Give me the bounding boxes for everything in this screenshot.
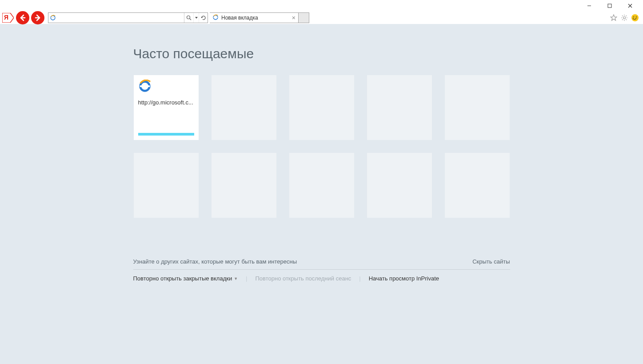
reopen-last-session-link: Повторно открыть последний сеанс — [255, 275, 351, 282]
browser-toolbar: Я — [0, 12, 643, 24]
yandex-icon[interactable]: Я — [2, 13, 14, 23]
site-tile-empty[interactable] — [367, 75, 432, 140]
svg-text:Я: Я — [4, 14, 8, 21]
svg-line-21 — [626, 16, 627, 16]
frequent-sites-grid: http://go.microsoft.c... — [133, 75, 510, 218]
site-tile-0[interactable]: http://go.microsoft.c... — [133, 75, 199, 140]
ie-icon — [48, 15, 57, 21]
site-tile-empty[interactable] — [289, 152, 355, 218]
svg-point-13 — [623, 17, 626, 19]
reopen-closed-tabs-link[interactable]: Повторно открыть закрытые вкладки ▼ — [133, 275, 238, 282]
tab-close-icon[interactable]: × — [292, 15, 296, 21]
svg-rect-8 — [51, 17, 55, 18]
page-title: Часто посещаемые — [133, 46, 510, 61]
svg-rect-1 — [608, 4, 611, 8]
new-tab-button[interactable] — [299, 12, 309, 23]
smiley-icon[interactable] — [631, 13, 639, 22]
site-tile-empty[interactable] — [211, 152, 277, 218]
separator: | — [359, 275, 360, 282]
site-tile-label: http://go.microsoft.c... — [138, 99, 194, 106]
close-button[interactable] — [620, 0, 640, 12]
hide-sites-link[interactable]: Скрыть сайты — [472, 258, 510, 265]
toolbar-right — [609, 13, 643, 22]
inprivate-link[interactable]: Начать просмотр InPrivate — [369, 275, 439, 282]
discover-row: Узнайте о других сайтах, которые могут б… — [133, 258, 510, 270]
window-controls — [579, 0, 640, 12]
search-dropdown-icon[interactable] — [193, 13, 199, 23]
forward-button[interactable] — [31, 11, 44, 24]
back-button[interactable] — [16, 11, 29, 24]
site-tile-accent — [138, 133, 194, 136]
ie-icon — [212, 14, 219, 22]
new-tab-page: Часто посещаемые http://go.microsoft.c..… — [0, 24, 643, 364]
address-bar — [48, 12, 208, 23]
chevron-down-icon: ▼ — [234, 276, 238, 281]
url-input[interactable] — [57, 13, 184, 23]
tab-new[interactable]: Новая вкладка × — [210, 12, 299, 23]
svg-rect-12 — [213, 17, 218, 18]
window-titlebar — [0, 0, 643, 12]
separator: | — [246, 275, 247, 282]
svg-line-20 — [622, 20, 623, 20]
discover-link[interactable]: Узнайте о других сайтах, которые могут б… — [133, 258, 297, 265]
tab-strip: Новая вкладка × — [210, 12, 309, 23]
site-tile-empty[interactable] — [133, 152, 199, 218]
site-tile-empty[interactable] — [444, 152, 510, 218]
site-tile-empty[interactable] — [444, 75, 510, 140]
svg-line-18 — [622, 16, 623, 16]
settings-gear-icon[interactable] — [620, 13, 629, 22]
svg-rect-23 — [140, 85, 150, 87]
ie-icon — [138, 80, 194, 95]
site-tile-empty[interactable] — [367, 152, 432, 218]
svg-point-9 — [187, 16, 190, 19]
actions-row: Повторно открыть закрытые вкладки ▼ | По… — [133, 275, 510, 282]
maximize-button[interactable] — [599, 0, 620, 12]
search-icon[interactable] — [184, 13, 193, 23]
svg-line-19 — [626, 20, 627, 20]
tab-title: Новая вкладка — [221, 15, 258, 21]
address-bar-controls — [184, 13, 208, 23]
minimize-button[interactable] — [579, 0, 599, 12]
site-tile-empty[interactable] — [211, 75, 277, 140]
reopen-closed-tabs-label: Повторно открыть закрытые вкладки — [133, 275, 232, 282]
site-tile-empty[interactable] — [289, 75, 355, 140]
refresh-icon[interactable] — [199, 13, 208, 23]
favorites-icon[interactable] — [609, 13, 618, 22]
svg-line-10 — [190, 19, 191, 20]
